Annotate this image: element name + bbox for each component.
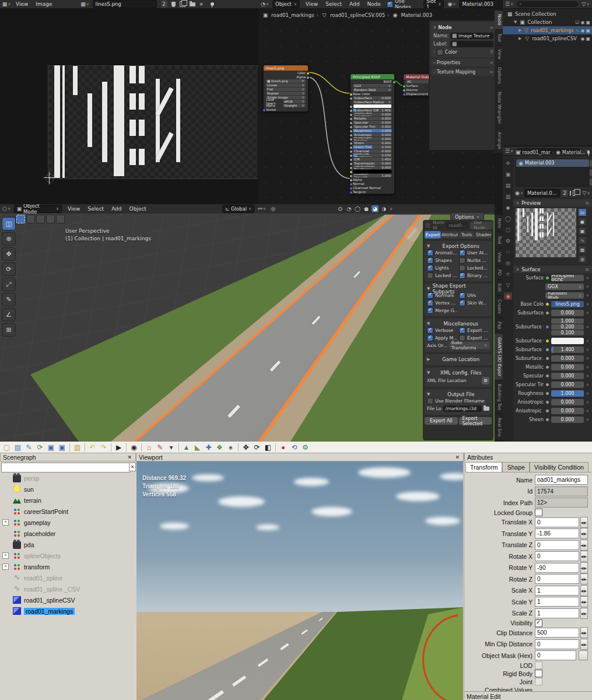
value-field[interactable]: 1.000 [551, 390, 584, 397]
value-field[interactable]: 0.000 [551, 310, 584, 316]
expand-icon[interactable]: + [2, 519, 9, 526]
side-tab-item[interactable]: Item [495, 215, 503, 232]
side-tab-create[interactable]: Create [495, 296, 503, 317]
menu-view[interactable]: View [14, 1, 30, 8]
menu-add[interactable]: Add [348, 1, 361, 8]
i3d-tab-shader[interactable]: Shader [475, 231, 492, 239]
i3d-tab-tools[interactable]: Tools [458, 231, 475, 239]
toolbar-rotate-button[interactable]: ⟳ [252, 443, 262, 452]
principled-bsdf-node[interactable]: Principled BSDF BSDF GGX∨Random Walk∨Bas… [350, 74, 395, 194]
export-options-header[interactable]: ▼Export Options [427, 242, 489, 250]
shading-material-icon[interactable]: ◕ [372, 205, 379, 212]
props-tab-scene[interactable]: ◆ [504, 204, 512, 211]
camera-toggle-icon[interactable]: ▣ [586, 20, 590, 25]
socket[interactable] [349, 191, 353, 194]
scenegraph-item-road01_spline-_csv[interactable]: ∿road01_spline _CSV [0, 583, 136, 594]
outliner-search[interactable]: ⌕ [517, 1, 578, 7]
scenegraph-item-road01_splinecsv[interactable]: road01_splineCSV [0, 594, 136, 606]
anim-dot[interactable] [586, 374, 590, 378]
material-slot-list[interactable]: ◉Material.003 ＋ − ∨ [516, 159, 590, 187]
check-vertex[interactable]: Vertex ... [427, 300, 457, 306]
scenegraph-filter-clear-button[interactable]: ✕ [129, 463, 136, 471]
side-tab-pap[interactable]: Pap [495, 318, 503, 333]
use-nodes-checkbox[interactable] [387, 1, 393, 8]
bsdf-row-normal[interactable]: Normal [351, 181, 394, 186]
eye-icon[interactable]: ◉ [580, 20, 584, 25]
toolbar-home-button[interactable]: ⌂ [144, 443, 154, 452]
dropdown-field[interactable]: GGX∨ [545, 284, 584, 290]
node-id-checkbox[interactable] [425, 222, 431, 229]
anim-dot[interactable] [586, 285, 590, 289]
color-checkbox[interactable] [437, 49, 443, 55]
image-canvas[interactable] [0, 8, 258, 204]
attr-input[interactable]: 0 [535, 639, 579, 649]
bsdf-row-tangent[interactable]: Tangent [351, 190, 394, 194]
export-selected-button[interactable]: Export Selected [459, 417, 492, 425]
checkbox[interactable] [427, 335, 433, 341]
slot-specials-button[interactable]: ∨ [589, 178, 592, 186]
scenegraph-filter-input[interactable] [1, 463, 131, 473]
props-tab-output[interactable]: ▤ [504, 181, 512, 189]
scenegraph-item-persp[interactable]: persp [0, 473, 136, 484]
anim-dot[interactable] [586, 418, 590, 422]
expander-icon[interactable]: ▶ [519, 36, 521, 41]
attributes-tab-shape[interactable]: Shape [502, 462, 529, 472]
toolbar-move-button[interactable]: ✥ [241, 443, 251, 452]
node-pair-alpha[interactable]: AlphaStraight∨ [264, 103, 308, 107]
filter-icon[interactable]: ▽∨ [583, 190, 590, 197]
outliner-row-road01_splinecsv[interactable]: ▶▽road01_splineCSV◉▣ [503, 34, 592, 43]
attr-input[interactable]: -1.86 [535, 528, 579, 538]
tool-annotate[interactable]: ✎ [2, 293, 16, 306]
side-tab-view[interactable]: View [495, 249, 503, 266]
socket-vector[interactable] [262, 108, 266, 112]
editor-type-image-icon[interactable]: ▦∨ [3, 1, 10, 8]
checkbox[interactable] [459, 265, 465, 271]
value-field[interactable]: Principled BSDF [551, 275, 584, 281]
attributes-tab-visibility-condition[interactable]: Visibility Condition [530, 462, 589, 472]
image-users-count[interactable]: 2 [161, 1, 167, 8]
select-subtract-button[interactable] [46, 215, 55, 223]
toolbar-brush-button[interactable]: ✎ [155, 443, 165, 452]
check-animati[interactable]: Animati... [427, 250, 457, 256]
side-tab-giants-i3d-expor[interactable]: GIANTS I3D Expor [495, 334, 503, 380]
scenegraph-item-road01_markings[interactable]: road01_markings [0, 606, 136, 617]
editor-type-properties-icon[interactable]: ☰∨ [506, 148, 513, 155]
toolbar-save-button[interactable]: ▣ [46, 443, 56, 452]
material-icon[interactable]: ◉∨ [516, 190, 523, 197]
add-slot-button[interactable]: ＋ [589, 159, 592, 167]
check-shapes[interactable]: Shapes [427, 257, 457, 264]
mode-dropdown[interactable]: ▣Object Mode∨ [14, 205, 62, 213]
side-tab-edit[interactable]: Edit [495, 280, 503, 296]
anim-dot[interactable] [586, 276, 590, 280]
anim-dot[interactable] [586, 339, 590, 343]
material-sphere-icon[interactable]: ◉∨ [448, 1, 455, 8]
i3d-tab-export[interactable]: Export [425, 231, 441, 239]
side-tab-node[interactable]: Node [495, 10, 503, 29]
bsdf-row-metallic[interactable]: Metallic0.000 [351, 116, 394, 120]
props-tab-material[interactable]: ◉ [504, 292, 512, 300]
toolbar-open-file-button[interactable]: ▤ [13, 443, 23, 452]
xml-config-header[interactable]: ▼XML config. Files [427, 369, 489, 376]
menu-add[interactable]: Add [110, 205, 123, 212]
props-tab-object[interactable]: ▢ [504, 226, 512, 233]
expander-icon[interactable]: ▶ [519, 28, 521, 33]
proportional-edit-icon[interactable]: ◎ [269, 205, 276, 212]
preview-type-2[interactable]: ▣ [578, 227, 587, 235]
orientation-dropdown[interactable]: ⊾Global∨ [222, 205, 254, 213]
bsdf-row-emission-strength[interactable]: Emission Strength1.000 [351, 173, 394, 177]
check-verbose[interactable]: Verbose [427, 327, 457, 334]
scenegraph-item-road01_spline[interactable]: ∿road01_spline [0, 572, 136, 583]
props-tab-render[interactable]: ▣ [504, 170, 512, 178]
bsdf-row-clearcoat-roughness[interactable]: Clearcoat Roughness0.030 [351, 153, 394, 157]
value-field[interactable]: 0.100 [551, 330, 584, 335]
spinner-button[interactable]: ◀▶ [580, 573, 589, 584]
new-image-icon[interactable] [180, 1, 185, 7]
toolbar-terrain-sculpt-button[interactable]: ▲ [181, 443, 191, 452]
spinner-button[interactable]: ◀▶ [580, 596, 589, 607]
outliner-row-road01_markings[interactable]: ▶▽road01_markings∿◉▣ [503, 26, 592, 34]
attr-input[interactable]: 500 [535, 628, 579, 638]
toolbar-world-refresh-button[interactable]: ⟲ [289, 443, 299, 452]
value-field[interactable]: 0.000 [551, 399, 584, 405]
props-tab-view-layer[interactable]: ▥ [504, 192, 512, 200]
toolbar-undo-button[interactable]: ↶ [87, 443, 97, 452]
